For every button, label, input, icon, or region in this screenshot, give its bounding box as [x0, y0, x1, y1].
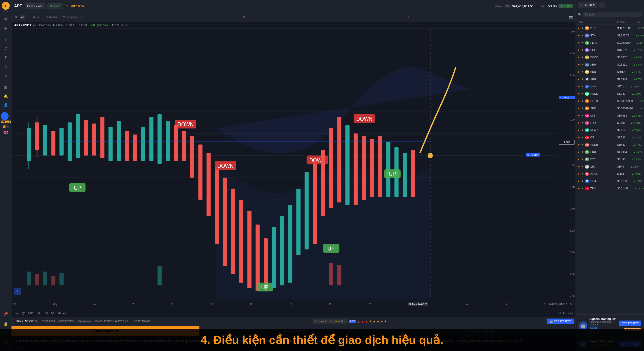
star-icon-2[interactable]: ★: [581, 114, 584, 117]
star-icon[interactable]: ★: [578, 158, 580, 161]
star-icon[interactable]: ★: [578, 143, 580, 146]
period-5y[interactable]: 5y: [14, 311, 20, 315]
logo[interactable]: T: [2, 2, 10, 10]
timeframe-w[interactable]: W: [32, 15, 37, 20]
crypto-row[interactable]: ★ ★ LI LINK $17.1 ▲1.42% ▲4.65%: [576, 83, 644, 90]
crypto-row[interactable]: ★ ★ ED EDU $1.0314 ▲1.45% ▲90.78%: [576, 149, 644, 156]
crypto-row[interactable]: ★ ★ LD LDO $2.586 ▲14.58% ▲42.01%: [576, 119, 644, 127]
crypto-row[interactable]: ★ ★ XR XRP $0.5361 ▲3.34% ▲2.69%: [576, 61, 644, 68]
text-icon[interactable]: T: [2, 54, 10, 62]
crypto-row[interactable]: ★ ★ DO DOGE $0.1652 ▲5.48% ▲6.73%: [576, 54, 644, 61]
star-icon[interactable]: ★: [578, 129, 580, 132]
star-icon-2[interactable]: ★: [581, 85, 584, 88]
time-settings-button[interactable]: ⚙: [568, 301, 574, 307]
candlestick-patterns-tab[interactable]: CANDLESTICK PATTERNS: [93, 319, 130, 324]
search-input[interactable]: [583, 12, 642, 17]
candle-close-button[interactable]: Candle close: [25, 3, 45, 9]
info-button[interactable]: ⊞: [340, 320, 343, 323]
snapshot-button[interactable]: 📷: [568, 14, 574, 20]
crypto-row[interactable]: ★ ★ BT BTC $68,731.42 ▲2.76% ▲2.71%: [576, 25, 644, 32]
signal-icon-6[interactable]: ★: [376, 320, 380, 323]
star-icon[interactable]: ★: [578, 114, 580, 117]
crypto-row[interactable]: ★ ★ SH SHIB $0.00002476 ▲4.35% ▼-0.48%: [576, 105, 644, 112]
star-icon-2[interactable]: ★: [581, 92, 584, 95]
signal-icon-5[interactable]: ★: [373, 320, 376, 323]
star-icon-2[interactable]: ★: [581, 180, 584, 183]
user-avatar[interactable]: 👤: [1, 112, 8, 120]
star-icon[interactable]: ★: [578, 27, 580, 30]
star-icon-2[interactable]: ★: [581, 143, 584, 146]
star-icon-2[interactable]: ★: [581, 129, 584, 132]
crypto-row[interactable]: ★ ★ UN UNI $10.838 ▲19.33% ▲43.18%: [576, 112, 644, 119]
templates-button[interactable]: ⊞ Templates: [61, 15, 80, 20]
add-watchlist-button[interactable]: +: [599, 2, 605, 8]
chart-settings-button[interactable]: ⚙: [242, 14, 246, 20]
crypto-row[interactable]: ★ ★ FL FLOKI $0.00022993 ▲7.53% ▲10.45%: [576, 98, 644, 105]
brush-icon[interactable]: ✎: [2, 63, 10, 71]
period-1y[interactable]: 1y: [20, 311, 26, 315]
indicators-button[interactable]: ⎍ Indicators: [43, 15, 60, 20]
lock-icon[interactable]: 🔒: [2, 320, 10, 328]
star-icon-2[interactable]: ★: [581, 107, 584, 110]
signal-icon-3[interactable]: ▲: [365, 320, 368, 323]
copy-trade-button[interactable]: COPY TRADE: [131, 319, 153, 324]
user-icon[interactable]: 👤: [2, 101, 10, 109]
create-bot-button[interactable]: 🤖 CREATE BOT: [546, 319, 574, 324]
crypto-row[interactable]: ★ ★ FT FTM $0.8183 ▲1.59% ▼-5.81%: [576, 178, 644, 185]
crypto-dropdown-button[interactable]: CRYPTO ▾: [578, 2, 597, 8]
signal-icon-8[interactable]: ★: [384, 320, 387, 323]
crypto-row[interactable]: ★ ★ RU RUNE $6.733 ▲9.79% ▼-1.7%: [576, 90, 644, 98]
star-icon[interactable]: ★: [578, 100, 580, 103]
star-icon-2[interactable]: ★: [581, 34, 584, 37]
realtime-button[interactable]: Realtime: [48, 3, 63, 9]
signal-icon-1[interactable]: ▲: [357, 320, 360, 323]
play-button[interactable]: ▶: [338, 320, 340, 323]
timeframe-4h[interactable]: 4h: [20, 15, 25, 20]
star-icon-2[interactable]: ★: [581, 27, 584, 30]
trendline-icon[interactable]: ╱: [2, 45, 10, 53]
crypto-row[interactable]: ★ ★ RN RNDR $10.32 ▲4.4% ▲2.93%: [576, 141, 644, 149]
period-compare-icon[interactable]: ⇌: [63, 311, 66, 315]
star-icon-2[interactable]: ★: [581, 48, 584, 52]
cursor-icon[interactable]: ↖: [2, 36, 10, 44]
star-icon[interactable]: ★: [578, 92, 580, 95]
star-icon-2[interactable]: ★: [581, 63, 584, 66]
chart-main[interactable]: DOWN UP: [12, 28, 558, 299]
crypto-row[interactable]: ★ ★ LT LTC $85.4 ▲1.24% ▲1.67%: [576, 163, 644, 170]
trade-signals-tab[interactable]: TRADE SIGNALS: [13, 319, 39, 324]
star-icon[interactable]: ★: [578, 121, 580, 124]
star-icon[interactable]: ★: [578, 41, 580, 44]
pin-icon[interactable]: 📌: [2, 310, 10, 318]
crypto-row[interactable]: ★ ★ OP OP $2.581 ▲4.12% ▲0.12%: [576, 134, 644, 141]
star-icon-2[interactable]: ★: [581, 121, 584, 124]
period-6mo[interactable]: 6mo: [27, 311, 34, 315]
crypto-row[interactable]: ★ ★ SO SOL $169.32 ▲1.78% ▼-2.05%: [576, 46, 644, 54]
star-icon-2[interactable]: ★: [581, 78, 584, 81]
theme-toggle[interactable]: [3, 125, 9, 128]
crypto-row[interactable]: ★ ★ BN BNB $601.5 ▲2.01% ▲3.77%: [576, 68, 644, 76]
star-icon[interactable]: ★: [578, 151, 580, 154]
star-icon[interactable]: ★: [578, 70, 580, 73]
crosshair-icon[interactable]: ✛: [2, 24, 10, 32]
create-bot-panel-button[interactable]: CREATE BOT: [619, 321, 641, 326]
crypto-row[interactable]: ★ ★ AV AVAX $38.32 ▲2.19% ▲2.33%: [576, 170, 644, 178]
star-icon[interactable]: ★: [578, 56, 580, 59]
period-1m[interactable]: 1m: [42, 311, 49, 315]
menu-icon[interactable]: ☰: [2, 16, 10, 24]
signal-icon-2[interactable]: ▲: [361, 320, 364, 323]
star-icon[interactable]: ★: [578, 180, 580, 183]
star-icon[interactable]: ★: [578, 48, 580, 52]
star-icon-2[interactable]: ★: [581, 172, 584, 175]
star-icon[interactable]: ★: [578, 85, 580, 88]
candle-icon[interactable]: ▦: [2, 83, 10, 91]
period-5d[interactable]: 5d: [50, 311, 56, 315]
crypto-row[interactable]: ★ ★ AR ARB $1.1973 ▲4.75% ▲17.3%: [576, 76, 644, 83]
star-icon[interactable]: ★: [578, 187, 580, 190]
star-icon[interactable]: ★: [578, 63, 580, 66]
period-1d[interactable]: 1d: [56, 311, 62, 315]
star-icon-2[interactable]: ★: [581, 136, 584, 139]
alert-icon[interactable]: 🔔: [2, 92, 10, 100]
star-icon-2[interactable]: ★: [581, 56, 584, 59]
star-icon-2[interactable]: ★: [581, 41, 584, 44]
percent-toggle[interactable]: %: [559, 312, 562, 314]
